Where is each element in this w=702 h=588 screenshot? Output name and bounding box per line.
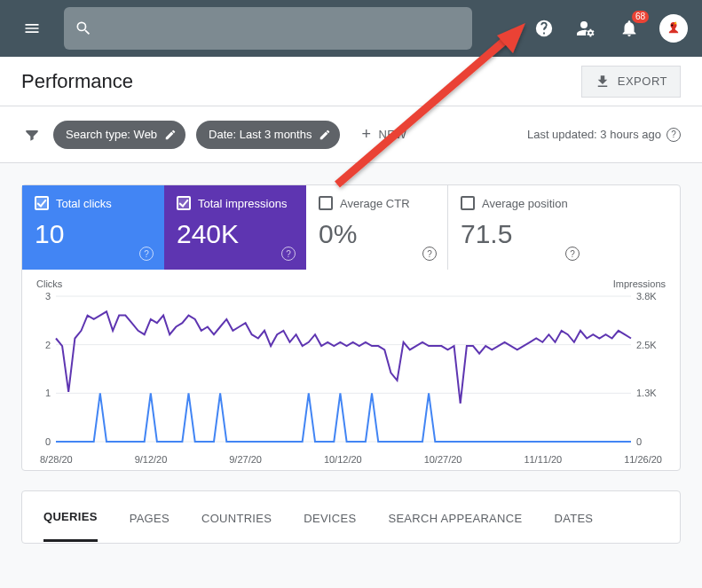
help-icon [534, 19, 554, 38]
x-tick: 11/26/20 [624, 454, 662, 465]
tile-value: 10 [35, 219, 152, 249]
left-axis-label: Clicks [36, 278, 62, 289]
chip-search-type[interactable]: Search type: Web [53, 121, 185, 149]
new-label: NEW [378, 128, 406, 141]
search-icon [75, 20, 92, 37]
x-tick: 9/27/20 [229, 454, 262, 465]
tile-label: Total clicks [56, 197, 112, 210]
checkbox-icon [177, 196, 191, 210]
filter-button[interactable] [21, 124, 43, 145]
x-tick: 8/28/20 [40, 454, 73, 465]
search-box[interactable] [64, 7, 472, 50]
x-axis-ticks: 8/28/209/12/209/27/2010/12/2010/27/2011/… [36, 454, 666, 465]
svg-text:1.3K: 1.3K [636, 388, 657, 398]
svg-text:2: 2 [45, 340, 51, 350]
right-axis-label: Impressions [613, 278, 666, 289]
svg-point-1 [671, 24, 673, 26]
tile-head: Average position [461, 196, 578, 210]
performance-card: Total clicks 10 ? Total impressions 240K… [21, 184, 681, 471]
help-icon[interactable]: ? [281, 247, 296, 261]
filter-icon [23, 126, 41, 144]
x-tick: 11/11/20 [524, 454, 562, 465]
tile-label: Total impressions [198, 197, 287, 210]
tab-pages[interactable]: PAGES [130, 494, 170, 541]
help-icon[interactable]: ? [667, 128, 681, 142]
performance-chart: 0011.3K22.5K33.8K [36, 291, 666, 451]
pencil-icon [319, 129, 331, 141]
topbar-icons: 68 [532, 14, 688, 43]
x-tick: 10/27/20 [424, 454, 462, 465]
chip-search-type-label: Search type: Web [66, 128, 157, 141]
stat-tile-0[interactable]: Total clicks 10 ? [22, 185, 164, 270]
export-button[interactable]: EXPORT [581, 66, 681, 98]
avatar[interactable] [659, 14, 688, 43]
tile-value: 240K [177, 219, 294, 249]
last-updated-text: Last updated: 3 hours ago [527, 128, 661, 141]
stat-tile-3[interactable]: Average position 71.5 ? [448, 185, 590, 270]
avatar-icon [661, 16, 686, 41]
svg-text:2.5K: 2.5K [636, 340, 657, 350]
hamburger-menu-button[interactable] [14, 11, 50, 46]
help-icon[interactable]: ? [139, 247, 154, 261]
svg-text:1: 1 [45, 388, 51, 398]
tile-head: Total clicks [35, 196, 152, 210]
checkbox-icon [319, 196, 333, 210]
help-icon[interactable]: ? [565, 247, 580, 261]
stat-tile-2[interactable]: Average CTR 0% ? [306, 185, 448, 270]
title-row: Performance EXPORT [0, 57, 702, 106]
page-title: Performance [21, 70, 133, 93]
notifications-button[interactable]: 68 [617, 16, 642, 41]
plus-icon: + [361, 125, 371, 144]
tile-label: Average CTR [340, 197, 410, 210]
users-settings-button[interactable] [574, 16, 599, 41]
tab-search-appearance[interactable]: SEARCH APPEARANCE [388, 494, 522, 541]
menu-icon [23, 20, 41, 37]
chip-date[interactable]: Date: Last 3 months [196, 121, 340, 149]
stat-tiles: Total clicks 10 ? Total impressions 240K… [22, 185, 680, 270]
x-tick: 9/12/20 [135, 454, 168, 465]
chip-date-label: Date: Last 3 months [209, 128, 312, 141]
last-updated: Last updated: 3 hours ago ? [527, 128, 681, 142]
tile-label: Average position [482, 197, 568, 210]
checkbox-icon [35, 196, 49, 210]
tile-head: Total impressions [177, 196, 294, 210]
download-icon [595, 74, 611, 90]
tab-devices[interactable]: DEVICES [304, 494, 356, 541]
help-icon[interactable]: ? [422, 247, 437, 261]
dimension-tabs-card: QUERIESPAGESCOUNTRIESDEVICESSEARCH APPEA… [21, 490, 681, 544]
tab-countries[interactable]: COUNTRIES [201, 494, 272, 541]
tab-queries[interactable]: QUERIES [43, 492, 98, 542]
search-wrapper [64, 7, 489, 50]
help-button[interactable] [532, 16, 556, 41]
svg-text:0: 0 [45, 436, 51, 447]
x-tick: 10/12/20 [324, 454, 362, 465]
pencil-icon [164, 129, 177, 141]
add-filter-button[interactable]: + NEW [361, 125, 406, 144]
chart-wrapper: Clicks Impressions 0011.3K22.5K33.8K 8/2… [22, 270, 680, 470]
svg-text:3.8K: 3.8K [636, 291, 657, 302]
tile-head: Average CTR [319, 196, 435, 210]
export-label: EXPORT [618, 74, 667, 88]
tab-dates[interactable]: DATES [554, 494, 593, 541]
tile-value: 71.5 [461, 219, 578, 249]
svg-text:0: 0 [636, 436, 642, 447]
svg-text:3: 3 [45, 291, 51, 302]
tile-value: 0% [319, 219, 435, 249]
filter-row: Search type: Web Date: Last 3 months + N… [0, 106, 702, 163]
main-content: Total clicks 10 ? Total impressions 240K… [0, 163, 702, 565]
stat-tile-1[interactable]: Total impressions 240K ? [164, 185, 306, 270]
person-gear-icon [576, 18, 597, 39]
topbar: 68 [0, 0, 702, 57]
dimension-tabs: QUERIESPAGESCOUNTRIESDEVICESSEARCH APPEA… [22, 491, 680, 543]
chart-axis-titles: Clicks Impressions [36, 278, 666, 289]
search-input[interactable] [106, 20, 461, 36]
notifications-badge: 68 [632, 11, 649, 23]
checkbox-icon [461, 196, 475, 210]
